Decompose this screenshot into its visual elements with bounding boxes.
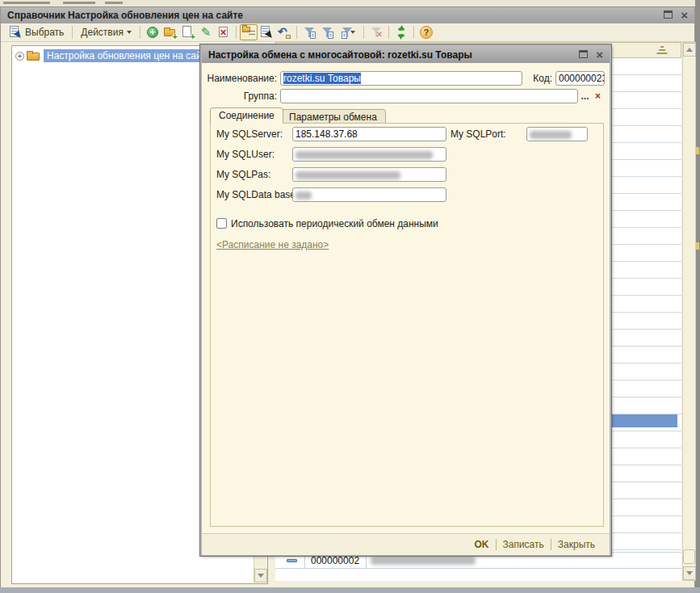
close-icon[interactable]: ×: [681, 11, 688, 19]
dialog-maximize-icon[interactable]: [579, 49, 588, 61]
refresh-icon: [396, 27, 406, 37]
tree-item-root[interactable]: + Настройка обновления цен на сайте: [15, 48, 215, 63]
group-input[interactable]: [280, 89, 578, 103]
code-input[interactable]: 000000023: [555, 71, 605, 86]
chevron-down-icon: [127, 31, 132, 34]
name-label: Наименование:: [203, 73, 277, 84]
sql-server-input[interactable]: 185.148.37.68: [292, 127, 446, 141]
password-value-redacted: [296, 171, 400, 179]
set-filter-button[interactable]: [300, 24, 318, 40]
ok-button[interactable]: OK: [468, 539, 496, 550]
sql-password-label: My SQLPas:: [216, 169, 289, 180]
refresh-button[interactable]: [392, 24, 410, 40]
table-scrollbar[interactable]: [682, 42, 696, 581]
filter-menu-icon: [341, 26, 347, 39]
periodic-exchange-label: Использовать периодический обмен данными: [231, 218, 438, 229]
sql-user-label: My SQLUser:: [216, 149, 289, 160]
tree-item-label: Настройка обновления цен на сайте: [44, 49, 215, 62]
code-label: Код:: [525, 73, 552, 84]
open-list-icon: [260, 26, 273, 39]
hierarchy-view-icon: [242, 26, 255, 39]
delete-button[interactable]: ✕: [215, 24, 233, 40]
tree-scrollbar[interactable]: [254, 553, 266, 582]
scroll-down-button[interactable]: [683, 566, 696, 580]
exchange-settings-dialog: Настройка обмена с многосайтовой: rozetk…: [200, 44, 611, 556]
sql-user-input[interactable]: [292, 147, 446, 162]
move-item-button[interactable]: ↶: [275, 24, 293, 40]
sql-database-label: My SQLData base:: [216, 189, 292, 200]
edit-icon: ✎: [201, 26, 212, 39]
arrow-down-icon: [686, 571, 693, 575]
item-marker-icon: [287, 559, 297, 562]
filter-menu-button[interactable]: [336, 24, 360, 40]
copy-icon: +: [182, 26, 195, 39]
select-button[interactable]: Выбрать: [4, 24, 69, 40]
add-group-button[interactable]: +: [161, 24, 179, 40]
close-button[interactable]: Закрыть: [551, 539, 601, 550]
select-icon: [9, 26, 22, 39]
scroll-down-button[interactable]: [254, 569, 267, 582]
periodic-exchange-checkbox[interactable]: [216, 218, 227, 229]
move-item-icon: ↶: [278, 26, 291, 39]
add-icon: +: [146, 26, 159, 39]
window-title: Справочник Настройка обновления цен на с…: [7, 10, 243, 21]
set-filter-icon: [303, 26, 316, 39]
dialog-close-icon[interactable]: ×: [596, 51, 603, 59]
port-value-redacted: [530, 131, 572, 139]
parent-app-top-edge: [0, 0, 700, 6]
user-value-redacted: [296, 151, 433, 159]
group-clear-button[interactable]: ×: [592, 89, 604, 103]
clear-filter-icon: ✕: [370, 26, 383, 39]
arrow-down-icon: [258, 574, 264, 578]
name-input[interactable]: rozetki.su Товары: [280, 71, 522, 86]
scroll-up-button[interactable]: [683, 43, 696, 57]
help-button[interactable]: ?: [417, 24, 435, 40]
toolbar-separator: [236, 26, 237, 39]
sql-port-label: My SQLPort:: [451, 128, 515, 140]
scrollbar-thumb[interactable]: [683, 549, 695, 564]
sql-port-input[interactable]: [526, 127, 588, 141]
toolbar: Выбрать Действия + + + ✎ ✕: [1, 23, 694, 42]
dialog-title: Настройка обмена с многосайтовой: rozetk…: [208, 49, 472, 61]
toolbar-separator: [296, 26, 297, 39]
expand-icon[interactable]: +: [15, 52, 24, 61]
toolbar-separator: [388, 26, 389, 39]
dialog-footer: OK Записать Закрыть: [202, 533, 610, 555]
clear-filter-button[interactable]: ✕: [367, 24, 385, 40]
row-name-redacted: [371, 557, 476, 565]
filter-settings-button[interactable]: [318, 24, 336, 40]
toolbar-separator: [413, 26, 414, 39]
toolbar-separator: [72, 26, 73, 39]
group-browse-button[interactable]: ...: [579, 89, 591, 103]
add-group-icon: +: [164, 26, 177, 39]
actions-button-label: Действия: [81, 27, 124, 38]
name-value: rozetki.su Товары: [283, 73, 361, 84]
edit-button[interactable]: ✎: [197, 24, 215, 40]
add-button[interactable]: +: [144, 24, 161, 40]
row-code: 000000002: [311, 555, 359, 566]
sql-database-input[interactable]: [292, 187, 446, 202]
save-button[interactable]: Записать: [497, 539, 551, 550]
window-titlebar: Справочник Настройка обновления цен на с…: [1, 7, 694, 23]
help-icon: ?: [420, 26, 433, 39]
sql-password-input[interactable]: [292, 167, 446, 182]
connection-tab-panel: [210, 123, 604, 527]
toolbar-separator: [363, 26, 364, 39]
actions-button[interactable]: Действия: [76, 24, 136, 40]
tab-connection[interactable]: Соединение: [210, 107, 283, 124]
tab-exchange-params[interactable]: Параметры обмена: [280, 109, 386, 124]
hierarchy-view-button[interactable]: [240, 24, 258, 40]
database-value-redacted: [296, 191, 312, 200]
copy-button[interactable]: +: [179, 24, 197, 40]
screen: Справочник Настройка обновления цен на с…: [0, 0, 700, 593]
toolbar-separator: [140, 26, 140, 39]
dialog-titlebar: Настройка обмена с многосайтовой: rozetk…: [202, 46, 610, 63]
schedule-link[interactable]: <Расписание не задано>: [216, 239, 329, 250]
maximize-icon[interactable]: [664, 10, 673, 21]
filter-settings-icon: [321, 26, 333, 39]
sort-icon: [656, 46, 668, 55]
delete-icon: ✕: [217, 26, 230, 39]
parent-app-bottom-edge: [0, 587, 700, 593]
open-list-button[interactable]: [258, 24, 275, 40]
arrow-up-icon: [686, 48, 693, 52]
